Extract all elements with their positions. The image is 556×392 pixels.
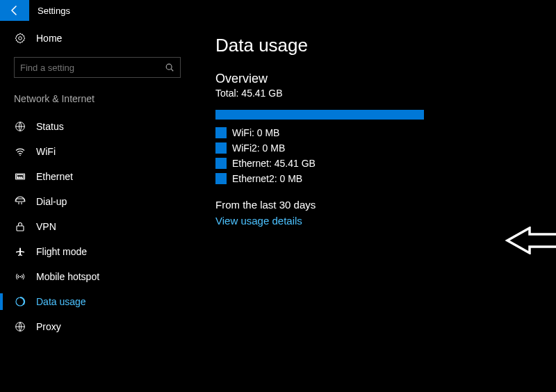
window-title: Settings — [38, 6, 70, 16]
sidebar-item-wifi[interactable]: WiFi — [14, 139, 181, 164]
airplane-icon — [14, 245, 26, 258]
sidebar-item-mobile-hotspot[interactable]: Mobile hotspot — [14, 264, 181, 289]
legend-label: Ethernet2: 0 MB — [232, 173, 302, 184]
sidebar-item-ethernet[interactable]: Ethernet — [14, 164, 181, 189]
sidebar-item-label: Flight mode — [36, 246, 87, 257]
svg-point-1 — [166, 64, 172, 70]
legend-swatch — [215, 158, 227, 169]
svg-point-8 — [19, 276, 21, 277]
dialup-icon — [14, 195, 26, 208]
sidebar-item-label: Data usage — [36, 296, 86, 307]
sidebar-item-flight-mode[interactable]: Flight mode — [14, 239, 181, 264]
sidebar-item-vpn[interactable]: VPN — [14, 214, 181, 239]
overview-heading: Overview — [215, 72, 542, 86]
legend-label: Ethernet: 45.41 GB — [232, 158, 316, 169]
hotspot-icon — [14, 270, 26, 283]
sidebar-item-label: Mobile hotspot — [36, 271, 99, 282]
wifi-icon — [14, 145, 26, 158]
search-box[interactable] — [14, 57, 181, 78]
legend-row-ethernet: Ethernet: 45.41 GB — [215, 156, 542, 171]
annotation-arrow-icon — [505, 227, 556, 254]
sidebar: Home Network & Internet Status WiFi — [0, 21, 195, 392]
legend-label: WiFi2: 0 MB — [232, 142, 285, 154]
sidebar-item-label: VPN — [36, 221, 56, 232]
vpn-icon — [14, 220, 26, 233]
sidebar-item-dialup[interactable]: Dial-up — [14, 189, 181, 214]
svg-point-0 — [19, 37, 22, 40]
search-icon — [165, 63, 174, 72]
legend-row-wifi: WiFi: 0 MB — [215, 125, 542, 140]
ethernet-icon — [14, 170, 26, 183]
usage-bar — [215, 110, 424, 120]
page-title: Data usage — [215, 35, 542, 56]
main-panel: Data usage Overview Total: 45.41 GB WiFi… — [195, 21, 556, 392]
sidebar-item-label: Status — [36, 121, 64, 132]
view-usage-details-link[interactable]: View usage details — [215, 215, 302, 227]
sidebar-item-proxy[interactable]: Proxy — [14, 314, 181, 339]
sidebar-item-status[interactable]: Status — [14, 114, 181, 139]
legend-row-wifi2: WiFi2: 0 MB — [215, 140, 542, 156]
globe-icon — [14, 120, 26, 133]
home-label: Home — [36, 33, 62, 44]
legend-label: WiFi: 0 MB — [232, 127, 279, 138]
sidebar-item-label: Ethernet — [36, 171, 73, 182]
svg-point-4 — [19, 155, 21, 156]
svg-line-2 — [171, 69, 173, 71]
sidebar-item-data-usage[interactable]: Data usage — [14, 289, 181, 314]
legend-swatch — [215, 173, 227, 184]
svg-rect-7 — [17, 226, 24, 231]
legend-swatch — [215, 142, 227, 154]
search-input[interactable] — [20, 63, 165, 73]
gear-icon — [14, 32, 26, 44]
data-usage-icon — [14, 295, 26, 308]
home-button[interactable]: Home — [14, 29, 181, 47]
sidebar-item-label: WiFi — [36, 146, 56, 157]
period-label: From the last 30 days — [215, 199, 542, 211]
legend-row-ethernet2: Ethernet2: 0 MB — [215, 171, 542, 186]
category-header: Network & Internet — [14, 93, 181, 104]
sidebar-item-label: Dial-up — [36, 196, 67, 207]
title-bar: Settings — [0, 0, 556, 21]
arrow-left-icon — [8, 4, 21, 17]
legend-swatch — [215, 127, 227, 138]
back-button[interactable] — [0, 0, 29, 21]
proxy-icon — [14, 320, 26, 333]
sidebar-item-label: Proxy — [36, 321, 61, 332]
overview-total: Total: 45.41 GB — [215, 88, 542, 99]
